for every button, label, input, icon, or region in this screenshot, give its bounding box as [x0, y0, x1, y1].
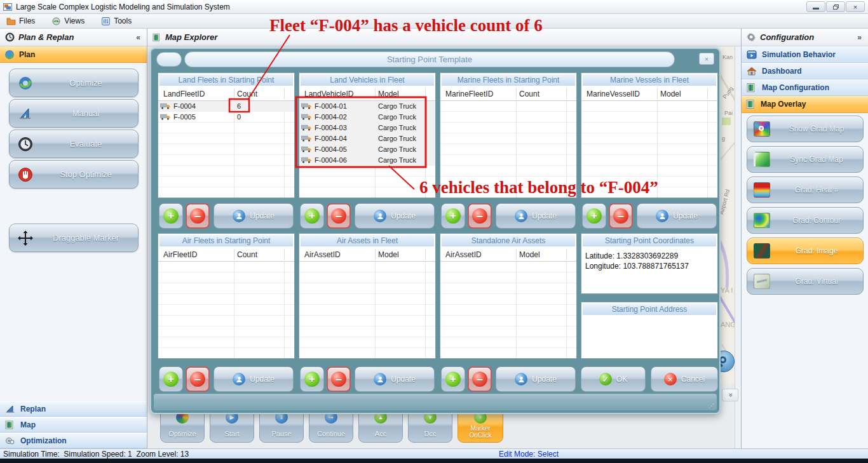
add-button[interactable]: + [300, 366, 324, 392]
update-button[interactable]: Update [355, 366, 435, 392]
dialog-title: Starting Point Template [387, 55, 472, 64]
remove-button[interactable]: – [186, 203, 210, 229]
sidebar-item-map-overlay[interactable]: Map Overlay [742, 96, 868, 113]
resize-grip[interactable]: ⋰ [709, 403, 715, 409]
add-button[interactable]: + [159, 203, 183, 229]
restore-button[interactable] [826, 1, 845, 12]
optimize-button[interactable]: Optimize [9, 69, 139, 97]
status-edit-mode: Edit Mode: Select [499, 450, 559, 459]
add-button[interactable]: + [582, 203, 606, 229]
add-button[interactable]: + [441, 366, 465, 392]
remove-button[interactable]: – [327, 366, 351, 392]
sidebar-item-replan-label: Replan [20, 405, 46, 413]
stop-optimize-button[interactable]: Stop Optimize [9, 160, 139, 189]
remove-button[interactable]: – [186, 366, 210, 392]
column-header[interactable]: MarineVesselID [587, 90, 640, 98]
close-button[interactable]: × [846, 1, 865, 12]
grad-heat-button[interactable]: Grad: Heat # [747, 177, 864, 203]
image-icon [754, 243, 770, 258]
show-grad-map-button[interactable]: Show Grad Map [747, 116, 864, 142]
draggable-marker-button[interactable]: Draggable Marker [9, 224, 139, 252]
ok-button[interactable]: ✓OK [581, 366, 646, 392]
cancel-button[interactable]: ×Cancel [651, 366, 718, 392]
menu-tools[interactable]: Tools [101, 17, 132, 25]
remove-button[interactable]: – [609, 203, 633, 229]
table-row[interactable]: F-0004-06Cargo Truck [299, 155, 435, 166]
add-button[interactable]: + [441, 203, 465, 229]
column-header[interactable]: AirAssetID [304, 250, 341, 259]
panel-marine-fleets-columns: MarineFleetID Count [440, 87, 576, 101]
remove-button[interactable]: – [468, 366, 492, 392]
remove-button[interactable]: – [327, 203, 351, 229]
grad-heat-label: Grad: Heat # [770, 185, 863, 194]
panel-standalone-air-assets-columns: AirAssetID Model [440, 248, 576, 262]
column-header[interactable]: AirFleetID [163, 250, 197, 259]
update-button[interactable]: Update [355, 203, 435, 229]
update-button[interactable]: Update [214, 203, 294, 229]
evaluate-button[interactable]: Evaluate [9, 130, 139, 158]
dialog-close-button[interactable]: × [699, 53, 714, 65]
panel-air-fleets-columns: AirFleetID Count [158, 248, 294, 262]
truck-icon [301, 146, 311, 154]
column-header[interactable]: Count [519, 90, 539, 98]
contour-icon [754, 213, 770, 228]
manual-button[interactable]: Manual [9, 99, 139, 128]
configuration-header: Configuration » [742, 29, 868, 46]
sidebar-item-plan[interactable]: Plan [0, 46, 147, 63]
column-header[interactable]: Count [237, 90, 257, 98]
table-row[interactable]: F-0004-02Cargo Truck [299, 112, 435, 123]
panel-land-vehicles-columns: LandVehicleID Model [299, 87, 435, 101]
table-row[interactable]: F-0004 6 [158, 101, 294, 112]
menu-files[interactable]: Files [6, 17, 35, 25]
column-header[interactable]: Model [519, 250, 540, 259]
add-button[interactable]: + [300, 203, 324, 229]
panel-land-fleets-columns: LandFleetID Count [158, 87, 294, 101]
sync-map-icon [754, 152, 770, 167]
remove-button[interactable]: – [468, 203, 492, 229]
plus-icon: + [445, 208, 461, 224]
column-header[interactable]: MarineFleetID [445, 90, 493, 98]
collapse-bottom-button[interactable]: « [722, 389, 738, 401]
panel-marine-fleets-body [440, 101, 576, 198]
add-button[interactable]: + [159, 366, 183, 392]
expand-icon[interactable]: » [857, 33, 862, 42]
grad-image-button[interactable]: Grad: Image [747, 238, 864, 264]
cell-count: 6 [237, 102, 241, 110]
map-label: Pai [724, 110, 733, 116]
air-assets-actions: + – Update [299, 366, 436, 392]
panel-air-assets-title: Air Assets in Fleet [300, 234, 435, 247]
cell-vehicle-id: F-0004-05 [315, 145, 347, 153]
minimize-button[interactable] [806, 1, 825, 12]
update-button[interactable]: Update [496, 366, 576, 392]
table-row[interactable]: F-0004-04Cargo Truck [299, 133, 435, 144]
column-header[interactable]: Model [660, 90, 681, 98]
update-button[interactable]: Update [496, 203, 576, 229]
manual-label: Manual [34, 109, 138, 118]
column-header[interactable]: Count [237, 250, 257, 259]
map-strip[interactable]: Kan Pung Pai g Airport Rd YA I ANG [721, 46, 735, 384]
update-button[interactable]: Update [637, 203, 717, 229]
sidebar-item-optimization[interactable]: Optimization [0, 433, 147, 448]
column-header[interactable]: LandFleetID [163, 90, 205, 98]
column-header[interactable]: LandVehicleID [304, 90, 353, 98]
collapse-icon[interactable]: « [136, 33, 140, 42]
person-icon [515, 210, 527, 222]
update-button[interactable]: Update [214, 366, 294, 392]
sidebar-item-map[interactable]: Map [0, 417, 147, 433]
sidebar-item-replan[interactable]: Replan [0, 401, 147, 417]
column-header[interactable]: Model [378, 90, 399, 98]
grad-contour-button[interactable]: Grad: Contour [747, 207, 864, 234]
sidebar-item-map-configuration[interactable]: Map Configuration [742, 79, 868, 96]
column-header[interactable]: Model [378, 250, 399, 259]
table-row[interactable]: F-0004-01Cargo Truck [299, 101, 435, 112]
sync-grad-map-button[interactable]: Sync Grad Map [747, 146, 864, 173]
table-row[interactable]: F-0004-05Cargo Truck [299, 144, 435, 155]
table-row[interactable]: F-0005 0 [158, 112, 294, 123]
sidebar-item-simulation-behavior[interactable]: Simulation Behavior [742, 46, 868, 63]
table-row[interactable]: F-0004-03Cargo Truck [299, 123, 435, 133]
column-header[interactable]: AirAssetID [445, 250, 482, 259]
cell-vehicle-id: F-0004-01 [315, 102, 347, 110]
grad-virtual-button[interactable]: Grad: Virtual [747, 268, 864, 295]
sidebar-item-dashboard[interactable]: Dashboard [742, 63, 868, 79]
menu-views[interactable]: Views [51, 17, 85, 25]
